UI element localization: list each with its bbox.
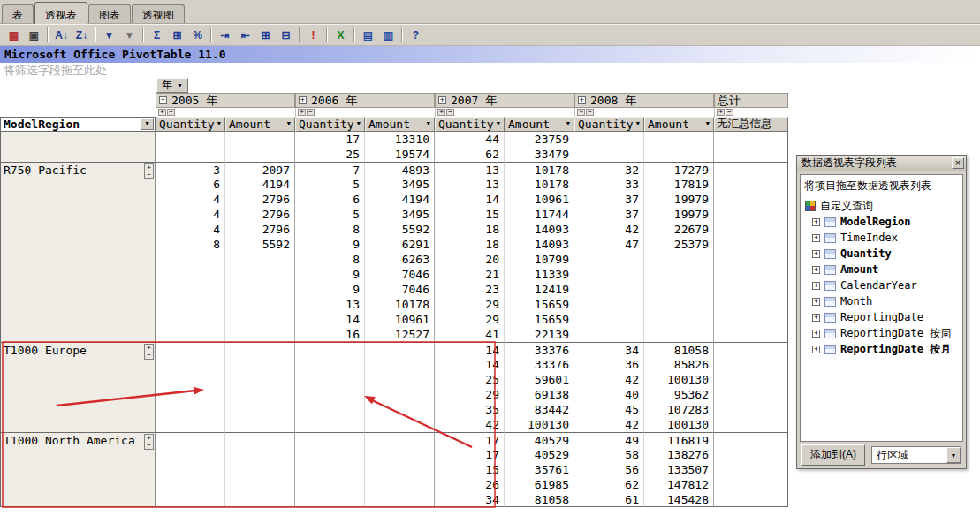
expand-strip: +− [156, 108, 295, 117]
autofilter-icon[interactable]: ▼ [119, 27, 140, 44]
data-cell: 33 [574, 177, 644, 192]
expand-icon[interactable]: ⊞ [255, 27, 276, 44]
tab-pivotchart[interactable]: 透视图 [132, 4, 185, 23]
dropdown-arrow-icon[interactable]: ▼ [427, 121, 430, 127]
data-field-header-quantity[interactable]: Quantity▼ [435, 117, 505, 132]
collapse-members-icon[interactable]: − [586, 109, 594, 116]
field-item[interactable]: +Amount [803, 262, 962, 277]
dropdown-arrow-icon[interactable]: ▼ [566, 121, 570, 127]
year-column-header[interactable]: +2007 年 [435, 93, 574, 108]
collapse-members-icon[interactable]: − [446, 109, 454, 116]
expand-members-icon[interactable]: + [717, 109, 725, 116]
expand-plus-icon[interactable]: + [812, 250, 820, 258]
expand-plus-icon[interactable]: + [812, 234, 820, 242]
field-item[interactable]: +CalendarYear [803, 277, 962, 293]
data-cell [365, 477, 435, 492]
data-field-header-amount[interactable]: Amount▼ [365, 117, 435, 132]
expand-plus-icon[interactable]: + [812, 314, 820, 322]
collapse-members-icon[interactable]: − [726, 109, 733, 116]
expand-plus-icon[interactable]: + [438, 96, 446, 104]
expand-plus-icon[interactable]: + [299, 96, 307, 104]
field-item[interactable]: +TimeIndex [803, 230, 962, 246]
year-column-header[interactable]: +2006 年 [295, 93, 435, 108]
dropdown-arrow-icon[interactable]: ▼ [141, 118, 154, 130]
row-field-header[interactable]: ModelRegion▼ [0, 117, 156, 132]
commands-and-options-icon[interactable]: ▦ [4, 27, 24, 44]
data-field-header-amount[interactable]: Amount▼ [644, 117, 714, 132]
total-column-header[interactable]: 总计 [714, 93, 788, 108]
close-icon[interactable]: × [952, 157, 964, 169]
group-expand-toggle[interactable]: +− [144, 434, 154, 450]
data-cell: 40529 [505, 432, 574, 447]
area-dropdown[interactable]: 行区域 ▼ [871, 446, 961, 464]
field-item[interactable]: +ReportingDate 按周 [803, 325, 962, 341]
tab-pivottable[interactable]: 透视表 [34, 2, 87, 24]
dropdown-arrow-icon[interactable]: ▼ [217, 121, 221, 127]
expand-members-icon[interactable]: + [158, 109, 166, 116]
data-cell: 9 [295, 282, 365, 297]
group-expand-toggle[interactable]: +− [144, 163, 154, 179]
data-field-header-amount[interactable]: Amount▼ [505, 117, 574, 132]
field-item[interactable]: +Month [803, 293, 962, 309]
data-cell: 81058 [644, 342, 714, 357]
data-field-header-amount[interactable]: Amount▼ [225, 117, 295, 132]
show-as-percent-icon[interactable]: % [187, 27, 208, 44]
year-column-header[interactable]: +2008 年 [574, 93, 714, 108]
dropdown-arrow-icon[interactable]: ▼ [287, 121, 291, 127]
help-icon[interactable]: ? [406, 27, 426, 44]
field-item[interactable]: +ReportingDate [803, 309, 962, 325]
year-column-header[interactable]: +2005 年 [156, 93, 295, 108]
year-field-button[interactable]: 年 ▼ [156, 78, 188, 93]
row-group-label[interactable]: T1000 Europe+− [0, 342, 156, 432]
data-field-header-quantity[interactable]: Quantity▼ [156, 117, 225, 132]
filter-drop-zone[interactable]: 将筛选字段拖至此处 [0, 63, 980, 78]
expand-plus-icon[interactable]: + [812, 298, 820, 306]
expand-members-icon[interactable]: + [437, 109, 445, 116]
field-item[interactable]: +ModelRegion [803, 214, 962, 230]
sort-ascending-icon[interactable]: A↓ [51, 27, 72, 44]
copy-icon[interactable]: ▣ [24, 27, 44, 44]
group-expand-toggle[interactable]: +− [144, 344, 154, 360]
move-to-row-area-icon[interactable]: ⇥ [215, 27, 235, 44]
expand-plus-icon[interactable]: + [578, 96, 586, 104]
field-list-titlebar[interactable]: 数据透视表字段列表 × [797, 156, 966, 171]
expand-plus-icon[interactable]: + [812, 330, 820, 338]
export-to-excel-icon[interactable]: X [330, 27, 351, 44]
field-item[interactable]: +ReportingDate 按月 [803, 341, 962, 357]
collapse-members-icon[interactable]: − [307, 109, 315, 116]
autocalc-icon[interactable]: Σ [147, 27, 167, 44]
collapse-members-icon[interactable]: − [167, 109, 175, 116]
dropdown-arrow-icon[interactable]: ▼ [946, 447, 961, 463]
expand-plus-icon[interactable]: + [159, 96, 167, 104]
tree-root-item[interactable]: 自定义查询 [803, 198, 962, 214]
data-field-header-quantity[interactable]: Quantity▼ [574, 117, 644, 132]
property-toolbox-icon[interactable]: ▤ [358, 27, 378, 44]
expand-members-icon[interactable]: + [577, 109, 585, 116]
dropdown-arrow-icon[interactable]: ▼ [497, 121, 500, 127]
dropdown-arrow-icon[interactable]: ▼ [706, 121, 710, 127]
dropdown-arrow-icon[interactable]: ▼ [357, 121, 361, 127]
filter-by-selection-icon[interactable]: ▼ [99, 27, 119, 44]
total-cell [714, 222, 788, 237]
dropdown-arrow-icon[interactable]: ▼ [636, 121, 640, 127]
tab-table[interactable]: 表 [2, 4, 34, 23]
tab-chart[interactable]: 图表 [88, 4, 131, 23]
field-item[interactable]: +Quantity [803, 246, 962, 262]
collapse-icon[interactable]: ⊟ [276, 27, 296, 44]
row-group-label[interactable]: R750 Pacific+− [0, 162, 156, 342]
expand-plus-icon[interactable]: + [812, 282, 820, 290]
data-cell [644, 312, 714, 327]
expand-plus-icon[interactable]: + [812, 266, 820, 274]
data-cell: 7 [295, 162, 365, 177]
data-field-header-quantity[interactable]: Quantity▼ [295, 117, 365, 132]
move-to-column-area-icon[interactable]: ⇤ [235, 27, 255, 44]
sort-descending-icon[interactable]: Z↓ [72, 27, 92, 44]
row-group-label[interactable]: T1000 North America+− [0, 432, 156, 507]
expand-members-icon[interactable]: + [298, 109, 306, 116]
expand-plus-icon[interactable]: + [812, 218, 820, 226]
add-to-button[interactable]: 添加到(A) [801, 444, 865, 466]
subtotal-icon[interactable]: ⊞ [167, 27, 187, 44]
expand-plus-icon[interactable]: + [812, 346, 820, 353]
field-list-icon[interactable]: ▥ [378, 27, 399, 44]
refresh-icon[interactable]: ! [303, 27, 323, 44]
